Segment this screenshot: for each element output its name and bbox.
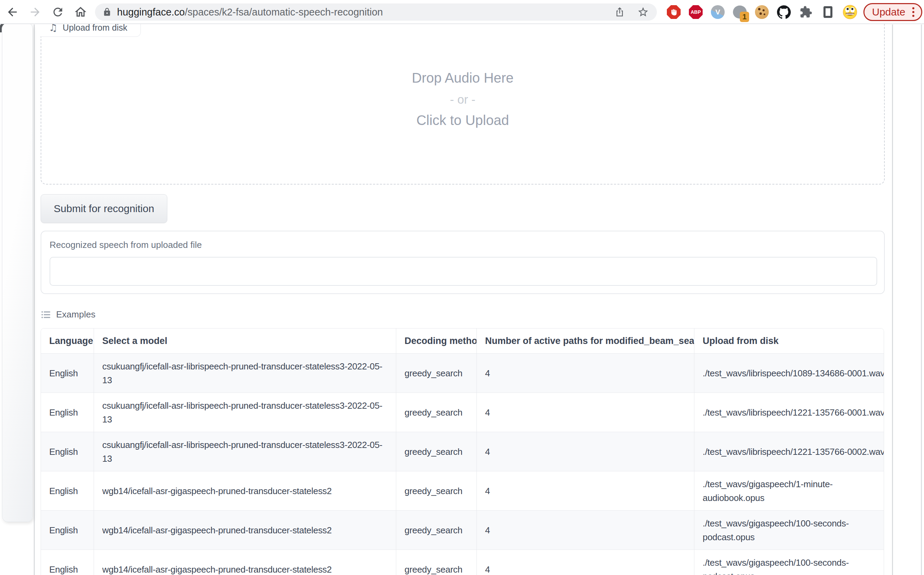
examples-table-container: LanguageSelect a modelDecoding methodNum… <box>41 328 884 575</box>
column-header: Decoding method <box>396 329 476 353</box>
recognized-speech-panel: Recognized speech from uploaded file <box>41 231 885 294</box>
blocker-extension-button[interactable] <box>667 5 681 19</box>
adblock-plus-extension-button[interactable]: ABP <box>689 5 703 19</box>
left-edge-panel <box>2 23 33 522</box>
reload-button[interactable] <box>51 5 65 19</box>
column-header: Number of active paths for modified_beam… <box>476 329 694 353</box>
table-header-row: LanguageSelect a modelDecoding methodNum… <box>41 329 884 353</box>
upload-path-cell: ./test_wavs/librispeech/1221-135766-0001… <box>694 392 884 432</box>
table-cell: English <box>41 353 94 392</box>
table-cell: 4 <box>476 432 694 471</box>
github-extension-button[interactable] <box>777 5 791 19</box>
example-row[interactable]: Englishcsukuangfj/icefall-asr-librispeec… <box>41 432 884 471</box>
extension-icon-row: ABP V 1 <box>667 0 857 24</box>
lock-icon <box>103 8 111 16</box>
v-circle-icon: V <box>711 5 725 19</box>
table-cell: wgb14/icefall-asr-gigaspeech-pruned-tran… <box>94 510 396 550</box>
table-cell: 4 <box>476 471 694 510</box>
github-icon <box>777 5 791 19</box>
share-icon <box>614 6 625 17</box>
emoji-avatar-icon <box>843 5 857 20</box>
table-cell: 4 <box>476 510 694 550</box>
table-cell: csukuangfj/icefall-asr-librispeech-prune… <box>94 392 396 432</box>
submit-for-recognition-button[interactable]: Submit for recognition <box>41 194 167 223</box>
example-row[interactable]: Englishcsukuangfj/icefall-asr-librispeec… <box>41 353 884 392</box>
column-header: Select a model <box>94 329 396 353</box>
column-header: Language <box>41 329 94 353</box>
avatar-button[interactable] <box>843 5 857 19</box>
example-row[interactable]: Englishcsukuangfj/icefall-asr-librispeec… <box>41 392 884 432</box>
stop-hand-icon <box>667 5 681 19</box>
update-label: Update <box>872 6 905 18</box>
table-cell: wgb14/icefall-asr-gigaspeech-pruned-tran… <box>94 550 396 575</box>
chrome-update-menu-button[interactable]: Update <box>864 3 922 21</box>
content-left-border <box>34 24 35 575</box>
recognized-speech-output[interactable] <box>49 257 877 286</box>
output-label: Recognized speech from uploaded file <box>49 240 202 250</box>
omnibox-actions <box>613 5 650 19</box>
column-header: Upload from disk <box>694 329 884 353</box>
browser-window: huggingface.co/spaces/k2-fsa/automatic-s… <box>0 0 924 575</box>
reading-panel-button[interactable] <box>821 5 835 19</box>
star-icon <box>637 6 649 18</box>
upload-path-cell: ./test_wavs/gigaspeech/100-seconds-podca… <box>694 550 884 575</box>
three-dot-menu-icon <box>910 6 916 18</box>
example-row[interactable]: Englishwgb14/icefall-asr-gigaspeech-prun… <box>41 510 884 550</box>
home-icon <box>74 5 87 19</box>
table-cell: greedy_search <box>396 392 476 432</box>
cookie-icon <box>755 5 769 19</box>
home-button[interactable] <box>74 5 87 19</box>
table-cell: greedy_search <box>396 510 476 550</box>
example-row[interactable]: Englishwgb14/icefall-asr-gigaspeech-prun… <box>41 550 884 575</box>
drop-audio-here-text: Drop Audio Here <box>41 70 884 86</box>
url-path: /spaces/k2-fsa/automatic-speech-recognit… <box>185 6 383 17</box>
table-cell: English <box>41 550 94 575</box>
example-row[interactable]: Englishwgb14/icefall-asr-gigaspeech-prun… <box>41 471 884 510</box>
table-cell: 4 <box>476 353 694 392</box>
table-cell: English <box>41 471 94 510</box>
table-cell: greedy_search <box>396 471 476 510</box>
profile-extension-button[interactable]: 1 <box>733 5 747 19</box>
nav-button-group <box>5 0 87 24</box>
dropzone-text: Drop Audio Here - or - Click to Upload <box>41 70 884 128</box>
puzzle-icon <box>799 5 813 19</box>
table-cell: greedy_search <box>396 432 476 471</box>
extensions-menu-button[interactable] <box>799 5 813 19</box>
examples-table: LanguageSelect a modelDecoding methodNum… <box>41 329 884 575</box>
cookie-extension-button[interactable] <box>755 5 769 19</box>
v-extension-button[interactable]: V <box>711 5 725 19</box>
scrollbar-track[interactable] <box>921 24 922 575</box>
abp-icon: ABP <box>689 5 703 19</box>
examples-label: Examples <box>56 309 95 320</box>
table-cell: English <box>41 510 94 550</box>
v-label: V <box>715 8 720 16</box>
bookmark-button[interactable] <box>636 5 650 19</box>
table-cell: wgb14/icefall-asr-gigaspeech-pruned-tran… <box>94 471 396 510</box>
table-cell: greedy_search <box>396 550 476 575</box>
url-host: huggingface.co <box>117 6 185 17</box>
forward-button[interactable] <box>28 5 42 19</box>
back-arrow-icon <box>6 5 19 19</box>
content-right-border <box>892 24 893 575</box>
table-cell: greedy_search <box>396 353 476 392</box>
hand-glyph <box>670 8 678 16</box>
upload-path-cell: ./test_wavs/gigaspeech/1-minute-audioboo… <box>694 471 884 510</box>
table-cell: csukuangfj/icefall-asr-librispeech-prune… <box>94 432 396 471</box>
examples-header: Examples <box>41 309 95 320</box>
table-cell: 4 <box>476 550 694 575</box>
or-text: - or - <box>41 93 884 106</box>
audio-dropzone[interactable]: Drop Audio Here - or - Click to Upload <box>41 0 885 184</box>
table-cell: English <box>41 432 94 471</box>
table-cell: csukuangfj/icefall-asr-librispeech-prune… <box>94 353 396 392</box>
back-button[interactable] <box>5 5 19 19</box>
address-bar[interactable]: huggingface.co/spaces/k2-fsa/automatic-s… <box>95 3 657 21</box>
reload-icon <box>51 5 64 19</box>
panel-icon <box>824 6 832 18</box>
upload-path-cell: ./test_wavs/librispeech/1221-135766-0002… <box>694 432 884 471</box>
abp-label: ABP <box>691 9 701 15</box>
share-button[interactable] <box>613 5 627 19</box>
table-cell: English <box>41 392 94 432</box>
upload-path-cell: ./test_wavs/gigaspeech/100-seconds-podca… <box>694 510 884 550</box>
list-icon <box>41 311 51 319</box>
upload-path-cell: ./test_wavs/librispeech/1089-134686-0001… <box>694 353 884 392</box>
